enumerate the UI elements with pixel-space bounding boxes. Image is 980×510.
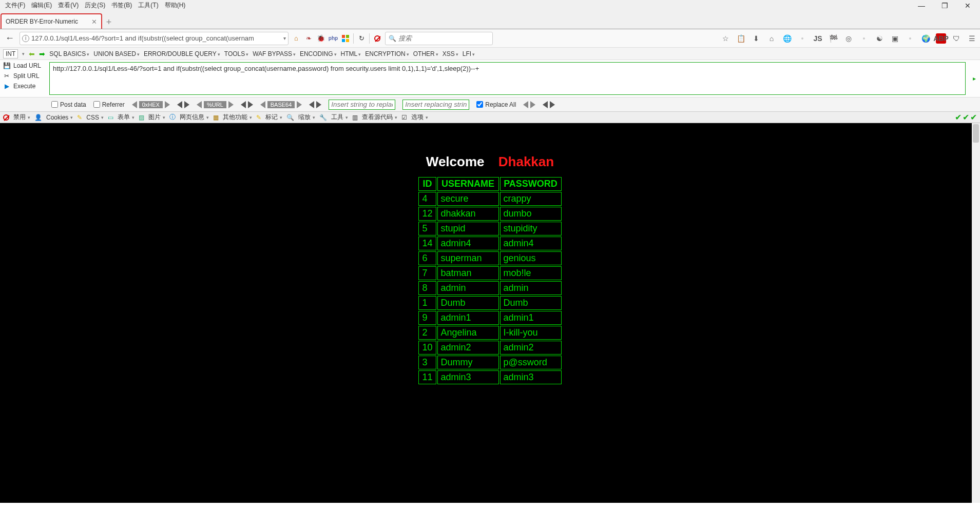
search-bar[interactable]: 🔍 <box>385 32 493 45</box>
scrollbar-thumb[interactable] <box>973 124 979 143</box>
dev-options[interactable]: 选项 <box>411 113 428 122</box>
hb-replace-to-input[interactable] <box>402 100 469 110</box>
search-input[interactable] <box>398 34 489 42</box>
dev-images[interactable]: 图片 <box>148 113 165 122</box>
hb-url-chip[interactable]: %URL <box>197 101 234 108</box>
menu-history[interactable]: 历史(S) <box>82 0 108 11</box>
menu-file[interactable]: 文件(F) <box>2 0 28 11</box>
hb-postdata-checkbox[interactable]: Post data <box>51 101 86 108</box>
menu-view[interactable]: 查看(V) <box>55 0 82 11</box>
hb-lfi[interactable]: LFI <box>463 50 475 57</box>
download-icon[interactable]: ⬇ <box>751 33 761 44</box>
hackbar-textarea[interactable]: http://127.0.0.1/sql1/Less-46/?sort=1 an… <box>49 62 966 95</box>
hb-split-url[interactable]: ✂Split URL <box>3 72 43 80</box>
bug-icon[interactable]: 🐞 <box>316 34 325 43</box>
hackbar-menu: INT ▾ ⬅ ➡ SQL BASICS UNION BASED ERROR/D… <box>0 48 980 60</box>
window-minimize-icon[interactable]: — <box>915 1 928 11</box>
table-cell: admin4 <box>500 237 562 250</box>
new-tab-button[interactable]: + <box>102 15 116 29</box>
ms-icon[interactable] <box>341 34 350 43</box>
check-icon[interactable]: ✔ <box>963 112 969 122</box>
globe-icon[interactable]: 🌐 <box>782 33 792 44</box>
table-cell: admin1 <box>500 311 562 325</box>
dev-cookies[interactable]: Cookies <box>46 114 73 121</box>
back-button[interactable]: ← <box>3 33 16 44</box>
clipboard-icon[interactable]: 📋 <box>736 33 746 44</box>
home-icon[interactable]: ⌂ <box>292 34 301 43</box>
table-row: 9admin1admin1 <box>418 311 561 325</box>
menu-tools[interactable]: 工具(T) <box>135 0 161 11</box>
arrow-right-icon[interactable]: ➡ <box>39 50 45 58</box>
dev-pageinfo[interactable]: 网页信息 <box>180 113 209 122</box>
info-icon[interactable]: i <box>22 35 29 42</box>
dev-forms[interactable]: 表单 <box>118 113 134 122</box>
world-icon[interactable]: 🌍 <box>920 33 931 44</box>
url-dropdown-icon[interactable]: ▾ <box>283 35 286 41</box>
url-bar[interactable]: i ▾ <box>20 32 289 45</box>
menu-edit[interactable]: 编辑(E) <box>28 0 55 11</box>
browser-tab[interactable]: ORDER BY-Error-Numeric ✕ <box>1 13 102 29</box>
js-icon[interactable]: JS <box>813 33 823 44</box>
leaf-icon[interactable]: ❧ <box>304 34 313 43</box>
scrollbar[interactable] <box>972 123 980 503</box>
tab-close-icon[interactable]: ✕ <box>91 18 97 26</box>
window-close-icon[interactable]: ✕ <box>962 1 974 11</box>
hb-replaceall-checkbox[interactable]: Replace All <box>476 101 516 108</box>
cookie-icon[interactable]: ☯ <box>874 33 885 44</box>
dev-mark[interactable]: 标记 <box>265 113 282 122</box>
dev-misc[interactable]: 其他功能 <box>223 113 252 122</box>
php-icon[interactable]: php <box>329 34 338 43</box>
dev-source[interactable]: 查看源代码 <box>362 113 397 122</box>
hb-waf-bypass[interactable]: WAF BYPASS <box>253 50 296 57</box>
menu-bookmarks[interactable]: 书签(B) <box>108 0 135 11</box>
hb-replace-from-input[interactable] <box>329 100 395 110</box>
star-icon[interactable]: ☆ <box>720 33 731 44</box>
reload-icon[interactable]: ↻ <box>357 34 366 43</box>
dev-zoom[interactable]: 缩放 <box>298 113 315 122</box>
arrow-left-icon[interactable]: ⬅ <box>29 50 35 58</box>
dev-css[interactable]: CSS <box>86 114 104 121</box>
table-cell: 8 <box>418 281 436 295</box>
window-maximize-icon[interactable]: ❐ <box>938 1 951 11</box>
hb-execute[interactable]: ▶Execute <box>3 83 43 90</box>
flag-icon[interactable]: 🏁 <box>828 33 838 44</box>
hb-select-int[interactable]: INT <box>3 49 18 58</box>
table-cell: admin3 <box>500 370 562 384</box>
dev-disable[interactable]: 禁用 <box>13 113 30 122</box>
target-icon[interactable]: ◎ <box>843 33 854 44</box>
hb-error-query[interactable]: ERROR/DOUBLE QUERY <box>144 50 220 57</box>
hb-collapse-icon[interactable]: ▸ <box>969 60 980 97</box>
hb-go-chip-alt[interactable] <box>543 101 555 108</box>
chevron-down-icon[interactable]: ▾ <box>22 51 25 56</box>
check-icon[interactable]: ✔ <box>970 112 977 122</box>
hb-html[interactable]: HTML <box>341 50 361 57</box>
hb-xss[interactable]: XSS <box>443 50 458 57</box>
check-icon[interactable]: ✔ <box>955 112 962 122</box>
dev-tools[interactable]: 工具 <box>331 113 348 122</box>
abp-icon[interactable]: ABP <box>936 33 946 44</box>
hb-encoding[interactable]: ENCODING <box>300 50 337 57</box>
hb-encryption[interactable]: ENCRYPTION <box>365 50 409 57</box>
hb-b64-chip-alt[interactable] <box>309 101 321 108</box>
url-input[interactable] <box>31 34 281 42</box>
hb-b64-chip[interactable]: BASE64 <box>260 101 302 108</box>
menu-help[interactable]: 帮助(H) <box>162 0 189 11</box>
hb-url-chip-alt[interactable] <box>241 101 253 108</box>
hb-hex-chip[interactable]: 0xHEX <box>132 101 170 108</box>
hb-union-based[interactable]: UNION BASED <box>93 50 140 57</box>
hb-sql-basics[interactable]: SQL BASICS <box>49 50 89 57</box>
hb-go-chip[interactable] <box>523 101 535 108</box>
panel-icon[interactable]: ▣ <box>890 33 900 44</box>
home2-icon[interactable]: ⌂ <box>766 33 777 44</box>
hb-referrer-checkbox[interactable]: Referrer <box>93 101 125 108</box>
th-username: USERNAME <box>437 177 499 191</box>
hb-tools[interactable]: TOOLS <box>224 50 248 57</box>
hamburger-icon[interactable]: ☰ <box>967 33 977 44</box>
shield-icon[interactable]: 🛡 <box>951 33 962 44</box>
hb-hex-chip-alt[interactable] <box>177 101 189 108</box>
hb-other[interactable]: OTHER <box>413 50 438 57</box>
table-cell: crappy <box>500 192 562 206</box>
hb-load-url[interactable]: 💾Load URL <box>3 62 43 69</box>
noscript-icon[interactable] <box>373 34 382 43</box>
table-cell: stupid <box>437 222 499 236</box>
